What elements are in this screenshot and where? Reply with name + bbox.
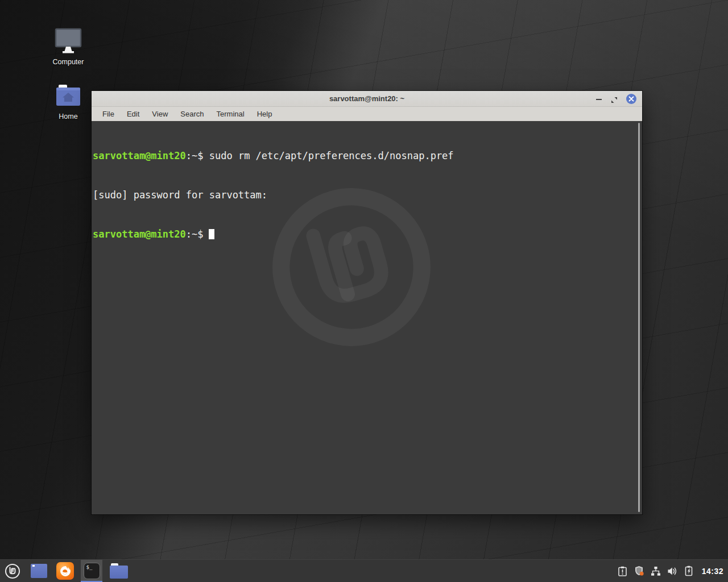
terminal-taskbar-button-active[interactable]: $_ <box>81 560 102 582</box>
window-title: sarvottam@mint20: ~ <box>329 94 404 103</box>
terminal-menubar: File Edit View Search Terminal Help <box>92 107 642 121</box>
menu-file[interactable]: File <box>96 107 121 121</box>
terminal-line-output: [sudo] password for sarvottam: <box>93 189 642 202</box>
terminal-text: sarvottam@mint20:~$ sudo rm /etc/apt/pre… <box>92 121 642 267</box>
linux-mint-logo-icon <box>4 563 21 580</box>
prompt-user-host: sarvottam@mint20 <box>93 150 186 161</box>
prompt-user-host: sarvottam@mint20 <box>93 228 186 240</box>
volume-icon[interactable] <box>667 566 678 576</box>
terminal-app-icon: $_ <box>84 563 100 579</box>
close-button[interactable] <box>626 94 636 104</box>
maximize-button[interactable] <box>611 95 618 102</box>
taskbar-clock[interactable]: 14:32 <box>702 567 723 576</box>
firewall-shield-icon[interactable] <box>634 566 644 576</box>
prompt-symbol: :~$ <box>186 150 204 161</box>
system-tray: 14:32 <box>618 560 728 582</box>
command-text: sudo rm /etc/apt/preferences.d/nosnap.pr… <box>203 150 453 161</box>
window-controls <box>595 91 636 107</box>
menu-search[interactable]: Search <box>174 107 210 121</box>
update-status-icon[interactable] <box>618 566 627 576</box>
desktop-icon-computer[interactable]: Computer <box>47 27 90 66</box>
prompt-symbol: :~$ <box>186 228 204 240</box>
desktop-icon-home[interactable]: Home <box>47 84 90 120</box>
taskbar-panel: $_ <box>0 559 728 582</box>
terminal-line-command: sarvottam@mint20:~$ sudo rm /etc/apt/pre… <box>93 149 642 163</box>
desktop-icon-label: Home <box>47 113 90 120</box>
menu-view[interactable]: View <box>146 107 174 121</box>
menu-terminal[interactable]: Terminal <box>210 107 251 121</box>
close-x-icon <box>628 96 634 102</box>
home-folder-icon <box>47 84 90 110</box>
network-icon[interactable] <box>651 566 661 576</box>
minimize-button[interactable] <box>595 95 602 102</box>
terminal-scrollbar[interactable] <box>638 123 640 512</box>
firefox-launcher-icon[interactable] <box>56 562 74 580</box>
file-manager-launcher-icon[interactable] <box>110 563 128 579</box>
terminal-prompt-glyph: $_ <box>86 564 93 570</box>
computer-monitor-icon <box>47 27 90 56</box>
show-desktop-button[interactable] <box>31 564 47 578</box>
menu-edit[interactable]: Edit <box>121 107 146 121</box>
power-manager-icon[interactable] <box>684 566 693 576</box>
terminal-window: sarvottam@mint20: ~ File Edit <box>92 91 642 514</box>
window-titlebar[interactable]: sarvottam@mint20: ~ <box>92 91 642 107</box>
terminal-cursor <box>209 229 214 239</box>
mint-menu-button[interactable] <box>3 562 22 580</box>
terminal-line-prompt: sarvottam@mint20:~$ <box>93 228 642 241</box>
menu-help[interactable]: Help <box>251 107 279 121</box>
desktop-wallpaper: Computer Home sarvottam@mint20: ~ <box>0 0 728 582</box>
terminal-content-area[interactable]: sarvottam@mint20:~$ sudo rm /etc/apt/pre… <box>92 121 642 514</box>
desktop-icon-label: Computer <box>47 58 90 66</box>
